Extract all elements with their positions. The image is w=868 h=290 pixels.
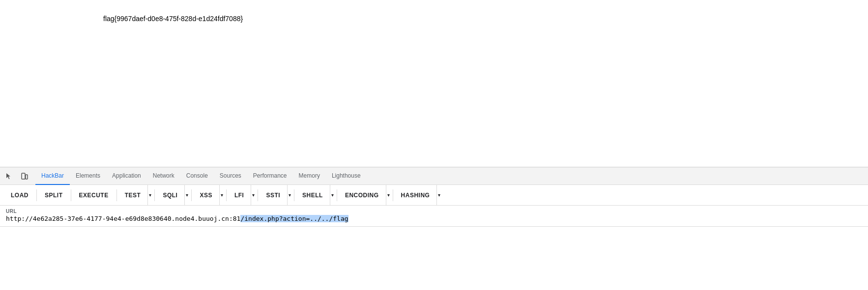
tab-elements[interactable]: Elements <box>70 167 106 185</box>
device-toolbar-icon[interactable] <box>18 169 31 183</box>
divider-4 <box>154 189 155 201</box>
ssti-dropdown-arrow[interactable]: ▾ <box>287 185 293 206</box>
lfi-dropdown-arrow[interactable]: ▾ <box>251 185 257 206</box>
xss-button[interactable]: XSS <box>193 185 219 206</box>
url-label: URL <box>6 209 862 214</box>
test-button[interactable]: TEST <box>118 185 148 206</box>
divider-2 <box>71 189 71 201</box>
tab-application[interactable]: Application <box>106 167 147 185</box>
browser-content: flag{9967daef-d0e8-475f-828d-e1d24fdf708… <box>0 0 868 167</box>
xss-dropdown-arrow[interactable]: ▾ <box>219 185 225 206</box>
encoding-dropdown-arrow[interactable]: ▾ <box>386 185 392 206</box>
devtools-tab-bar: HackBar Elements Application Network Con… <box>0 167 868 185</box>
hashing-button[interactable]: HASHING <box>394 185 437 206</box>
svg-rect-0 <box>22 173 25 179</box>
divider-3 <box>116 189 117 201</box>
devtools-panel: HackBar Elements Application Network Con… <box>0 167 868 227</box>
divider-5 <box>191 189 192 201</box>
url-base: http://4e62a285-37e6-4177-94e4-e69d8e830… <box>6 215 240 222</box>
url-bar: URL http://4e62a285-37e6-4177-94e4-e69d8… <box>0 206 868 227</box>
encoding-button[interactable]: ENCODING <box>338 185 386 206</box>
shell-dropdown-arrow[interactable]: ▾ <box>330 185 336 206</box>
flag-text: flag{9967daef-d0e8-475f-828d-e1d24fdf708… <box>103 15 243 23</box>
tab-network[interactable]: Network <box>147 167 180 185</box>
tab-sources[interactable]: Sources <box>214 167 247 185</box>
tab-performance[interactable]: Performance <box>247 167 293 185</box>
sqli-button[interactable]: SQLI <box>156 185 184 206</box>
test-dropdown-arrow[interactable]: ▾ <box>147 185 153 206</box>
sqli-dropdown-arrow[interactable]: ▾ <box>184 185 190 206</box>
execute-button[interactable]: EXECUTE <box>72 185 116 206</box>
divider-7 <box>258 189 258 201</box>
tab-lighthouse[interactable]: Lighthouse <box>326 167 367 185</box>
svg-rect-1 <box>26 175 28 179</box>
tab-memory[interactable]: Memory <box>293 167 326 185</box>
divider-1 <box>36 189 37 201</box>
divider-8 <box>294 189 294 201</box>
url-highlighted-path: /index.php?action=../../flag <box>240 215 348 222</box>
url-value[interactable]: http://4e62a285-37e6-4177-94e4-e69d8e830… <box>6 215 862 222</box>
load-button[interactable]: LOAD <box>4 185 35 206</box>
tab-console[interactable]: Console <box>180 167 214 185</box>
split-button[interactable]: SPLIT <box>38 185 70 206</box>
shell-button[interactable]: SHELL <box>295 185 330 206</box>
lfi-button[interactable]: LFI <box>228 185 251 206</box>
tab-icon-group <box>2 169 31 183</box>
divider-9 <box>337 189 337 201</box>
hackbar-toolbar: LOAD SPLIT EXECUTE TEST ▾ SQLI ▾ XSS ▾ L… <box>0 185 868 206</box>
divider-6 <box>226 189 227 201</box>
inspect-element-icon[interactable] <box>2 169 16 183</box>
divider-10 <box>393 189 393 201</box>
hashing-dropdown-arrow[interactable]: ▾ <box>436 185 442 206</box>
tab-hackbar[interactable]: HackBar <box>35 167 70 185</box>
ssti-button[interactable]: SSTI <box>259 185 287 206</box>
